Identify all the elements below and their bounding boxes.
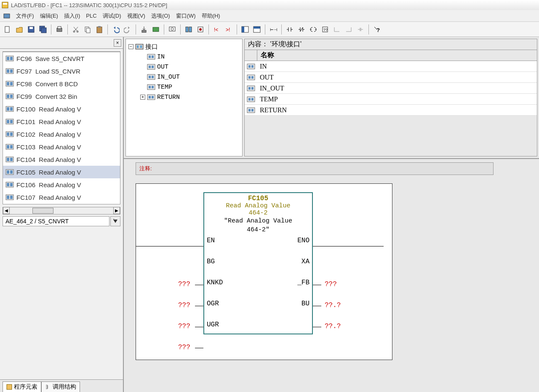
- redo-icon[interactable]: [123, 24, 133, 34]
- output-value[interactable]: ??.?: [325, 302, 341, 309]
- block-icon[interactable]: [184, 24, 194, 34]
- scroll-thumb[interactable]: [32, 208, 53, 214]
- interface-tree[interactable]: − 接口 INOUTIN_OUTTEMP+RETURN: [125, 39, 243, 156]
- undo-icon[interactable]: [111, 24, 121, 34]
- menu-file[interactable]: 文件(F): [16, 12, 34, 20]
- input-value[interactable]: ???: [178, 281, 190, 288]
- menu-insert[interactable]: 插入(I): [64, 12, 80, 20]
- fc-list-item[interactable]: FC101 Read Analog V: [3, 115, 120, 128]
- download-icon[interactable]: [139, 24, 149, 34]
- tree-root[interactable]: − 接口: [128, 42, 240, 52]
- fc-list-item[interactable]: FC106 Read Analog V: [3, 178, 120, 191]
- param-row[interactable]: TEMP: [245, 94, 537, 105]
- view2-icon[interactable]: [252, 24, 262, 34]
- fc-list-item[interactable]: FC97 Load S5_CNVR: [3, 65, 120, 77]
- tree-node[interactable]: OUT: [140, 62, 240, 72]
- open-icon[interactable]: [14, 24, 24, 34]
- fc-list-item[interactable]: FC96 Save S5_CNVRT: [3, 52, 120, 65]
- comment-bar[interactable]: 注释:: [136, 162, 494, 175]
- fc-list-item[interactable]: FC100 Read Analog V: [3, 103, 120, 115]
- monitor-icon[interactable]: [167, 24, 177, 34]
- menu-plc[interactable]: PLC: [86, 13, 96, 19]
- tree-node[interactable]: +RETURN: [140, 92, 240, 102]
- fc-list-item[interactable]: FC99 Convert 32 Bin: [3, 90, 120, 103]
- input-value[interactable]: ???: [178, 323, 190, 330]
- help-icon[interactable]: ?: [372, 24, 382, 34]
- output-value[interactable]: ???: [325, 281, 337, 288]
- network-icon[interactable]: ⊢⊣: [268, 24, 278, 34]
- fc-list-item[interactable]: FC108 Write Analog V: [3, 204, 120, 204]
- ladder-network[interactable]: FC105 Read Analog Value 464-2 "Read Anal…: [136, 183, 392, 360]
- input-value[interactable]: ???: [178, 302, 190, 309]
- tree-node[interactable]: IN: [140, 52, 240, 62]
- contact-no-icon[interactable]: [285, 24, 295, 34]
- svg-rect-115: [152, 96, 154, 98]
- param-row[interactable]: IN_OUT: [245, 83, 537, 94]
- connect-icon[interactable]: [355, 24, 366, 34]
- fc-list-item[interactable]: FC103 Read Analog V: [3, 140, 120, 153]
- goto-next-icon[interactable]: >!: [224, 24, 234, 34]
- tree-node[interactable]: TEMP: [140, 82, 240, 92]
- save-icon[interactable]: [26, 24, 36, 34]
- tree-node[interactable]: IN_OUT: [140, 72, 240, 82]
- block-output-port[interactable]: XA: [302, 258, 310, 265]
- fc-list-item[interactable]: FC105 Read Analog V: [3, 166, 120, 178]
- new-icon[interactable]: [3, 24, 13, 34]
- param-row[interactable]: IN: [245, 61, 537, 72]
- close-icon[interactable]: ×: [114, 39, 121, 47]
- fc-item-label: FC96 Save S5_CNVRT: [16, 55, 84, 62]
- contact-nc-icon[interactable]: [296, 24, 307, 34]
- paste-icon[interactable]: [94, 24, 104, 34]
- block-input-port[interactable]: UGR: [207, 321, 219, 328]
- block-input-port[interactable]: KNKD: [207, 279, 223, 286]
- param-row[interactable]: RETURN: [245, 105, 537, 116]
- print-icon[interactable]: [54, 24, 64, 34]
- block-output-port[interactable]: ENO: [297, 237, 310, 244]
- scroll-left-icon[interactable]: ◄: [3, 207, 10, 214]
- input-value[interactable]: ???: [178, 344, 190, 351]
- block-input-port[interactable]: EN: [207, 237, 215, 244]
- menu-window[interactable]: 窗口(W): [176, 12, 196, 20]
- menu-help[interactable]: 帮助(H): [202, 12, 220, 20]
- ladder-editor[interactable]: 注释: FC105 Read Analog Value 464-2 "Read …: [124, 159, 539, 392]
- block-input-port[interactable]: BG: [207, 258, 215, 265]
- block-input-port[interactable]: OGR: [207, 300, 219, 307]
- param-row[interactable]: OUT: [245, 72, 537, 83]
- fc-list-item[interactable]: FC102 Read Analog V: [3, 128, 120, 140]
- output-value[interactable]: ??.?: [325, 323, 341, 330]
- cut-icon[interactable]: [71, 24, 81, 34]
- scroll-right-icon[interactable]: ►: [113, 207, 120, 214]
- collapse-icon[interactable]: −: [128, 44, 133, 49]
- branch-close-icon[interactable]: [344, 24, 354, 34]
- book-icon: [6, 384, 12, 390]
- fc-block[interactable]: FC105 Read Analog Value 464-2 "Read Anal…: [203, 192, 313, 334]
- horizontal-scrollbar[interactable]: ◄ ►: [3, 207, 120, 215]
- save-all-icon[interactable]: [38, 24, 48, 34]
- fc-list[interactable]: FC96 Save S5_CNVRTFC97 Load S5_CNVRFC98 …: [3, 51, 120, 204]
- filter-input[interactable]: [3, 216, 109, 226]
- block2-icon[interactable]: [195, 24, 205, 34]
- expand-icon[interactable]: +: [140, 95, 145, 100]
- window-title: LAD/STL/FBD - [FC1 -- 123\SIMATIC 300(1)…: [11, 2, 167, 8]
- filter-dropdown-icon[interactable]: [110, 216, 120, 226]
- fc-list-item[interactable]: FC98 Convert 8 BCD: [3, 77, 120, 90]
- menu-options[interactable]: 选项(O): [151, 12, 170, 20]
- menu-edit[interactable]: 编辑(E): [40, 12, 58, 20]
- svg-rect-121: [251, 76, 253, 79]
- fc-list-item[interactable]: FC107 Read Analog V: [3, 191, 120, 204]
- fc-list-item[interactable]: FC104 Read Analog V: [3, 153, 120, 166]
- block-output-port[interactable]: BU: [302, 300, 310, 307]
- tab-program-elements[interactable]: 程序元素: [3, 381, 41, 392]
- goto-prev-icon[interactable]: !<: [212, 24, 222, 34]
- svg-rect-56: [7, 145, 9, 148]
- tab-call-structure[interactable]: 调用结构: [41, 381, 80, 392]
- view1-icon[interactable]: [240, 24, 250, 34]
- module-icon[interactable]: [151, 24, 161, 34]
- copy-icon[interactable]: [83, 24, 93, 34]
- menu-debug[interactable]: 调试(D): [103, 12, 121, 20]
- branch-open-icon[interactable]: [332, 24, 342, 34]
- coil-icon[interactable]: [308, 24, 318, 34]
- menu-view[interactable]: 视图(V): [127, 12, 145, 20]
- box-icon[interactable]: ??: [320, 24, 330, 34]
- block-output-port[interactable]: _FB: [297, 279, 310, 286]
